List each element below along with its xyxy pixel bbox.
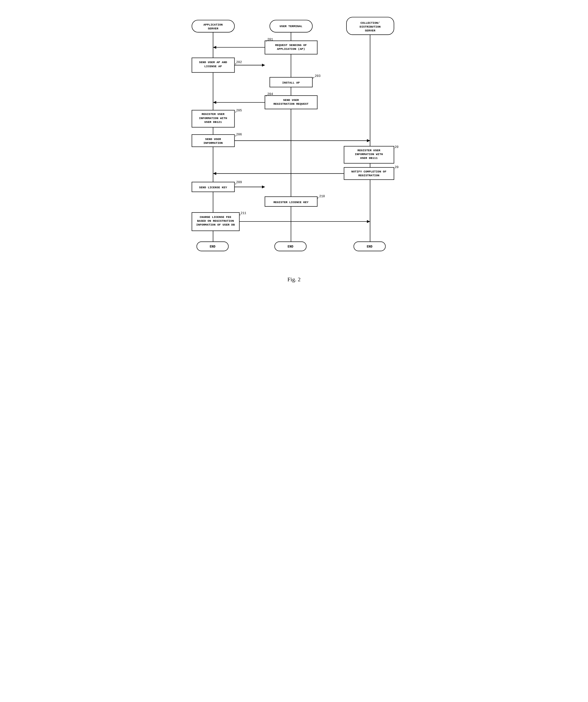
svg-text:REGISTER USER: REGISTER USER — [201, 112, 224, 116]
svg-marker-65 — [367, 220, 370, 223]
svg-text:USER DB121: USER DB121 — [204, 120, 222, 124]
user-end-label: END — [288, 245, 293, 249]
svg-text:INFORMATION WITH: INFORMATION WITH — [199, 116, 227, 120]
svg-line-51 — [394, 168, 394, 169]
svg-line-23 — [312, 77, 314, 79]
svg-text:REGISTRATION: REGISTRATION — [358, 174, 379, 177]
svg-text:REQUEST SENDING OF: REQUEST SENDING OF — [275, 43, 307, 47]
step-201-ref: 201 — [267, 38, 273, 41]
step-209-ref: 209 — [236, 181, 242, 184]
svg-text:LICENSE AP: LICENSE AP — [204, 65, 222, 68]
step-210-ref: 210 — [319, 195, 325, 198]
svg-text:INFORMATION WITH: INFORMATION WITH — [355, 152, 383, 156]
svg-text:INSTALL AP: INSTALL AP — [282, 81, 300, 84]
svg-text:APPLICATION (AP): APPLICATION (AP) — [277, 47, 305, 50]
app-server-label: APPLICATION — [203, 23, 223, 26]
svg-text:REGISTRATION REQUEST: REGISTRATION REQUEST — [273, 102, 308, 106]
svg-text:INFORMATION OF USER DB: INFORMATION OF USER DB — [196, 223, 235, 226]
svg-text:SEND USER: SEND USER — [283, 98, 299, 102]
svg-text:REGISTER LICENCE KEY: REGISTER LICENCE KEY — [273, 201, 308, 204]
svg-text:USER DB111: USER DB111 — [360, 156, 378, 160]
svg-text:INFORMATION: INFORMATION — [203, 141, 223, 145]
step-208-ref: 208 — [395, 165, 399, 169]
dist-end-label: END — [366, 245, 372, 249]
svg-text:REGISTER USER: REGISTER USER — [357, 149, 380, 152]
svg-text:SERVER: SERVER — [207, 27, 218, 30]
svg-marker-13 — [213, 46, 216, 49]
step-203-ref: 203 — [315, 74, 320, 78]
sequence-diagram: APPLICATION SERVER USER TERMINAL COLLECT… — [189, 13, 399, 268]
svg-text:NOTIFY COMPLETION OF: NOTIFY COMPLETION OF — [351, 170, 386, 173]
step-206-ref: 206 — [236, 133, 242, 136]
svg-text:CHARGE LICENSE FEE: CHARGE LICENSE FEE — [200, 215, 231, 219]
svg-marker-19 — [262, 64, 265, 67]
user-terminal-label: USER TERMINAL — [279, 24, 302, 28]
svg-text:SEND LICENSE KEY: SEND LICENSE KEY — [199, 186, 227, 189]
figure-label: Fig. 2 — [189, 276, 399, 283]
step-207-ref: 207 — [395, 145, 399, 149]
svg-text:DISTRIBUTION: DISTRIBUTION — [359, 25, 381, 28]
step-204-ref: 204 — [267, 93, 273, 96]
svg-text:SEND USER AP AND: SEND USER AP AND — [199, 61, 227, 64]
svg-marker-50 — [213, 172, 216, 175]
svg-text:BASED ON REGISTRATION: BASED ON REGISTRATION — [197, 219, 234, 223]
svg-line-45 — [394, 148, 394, 149]
diagram-container: APPLICATION SERVER USER TERMINAL COLLECT… — [184, 5, 404, 298]
step-202-ref: 202 — [236, 61, 242, 64]
step-205-ref: 205 — [236, 109, 242, 112]
svg-marker-39 — [367, 139, 370, 142]
app-end-label: END — [209, 245, 215, 249]
svg-marker-28 — [213, 101, 216, 104]
svg-marker-55 — [262, 186, 265, 188]
dist-server-label: COLLECTION/ — [360, 21, 380, 24]
svg-text:SERVER: SERVER — [364, 29, 375, 32]
step-211-ref: 211 — [241, 212, 246, 215]
svg-text:SEND USER: SEND USER — [205, 137, 221, 141]
